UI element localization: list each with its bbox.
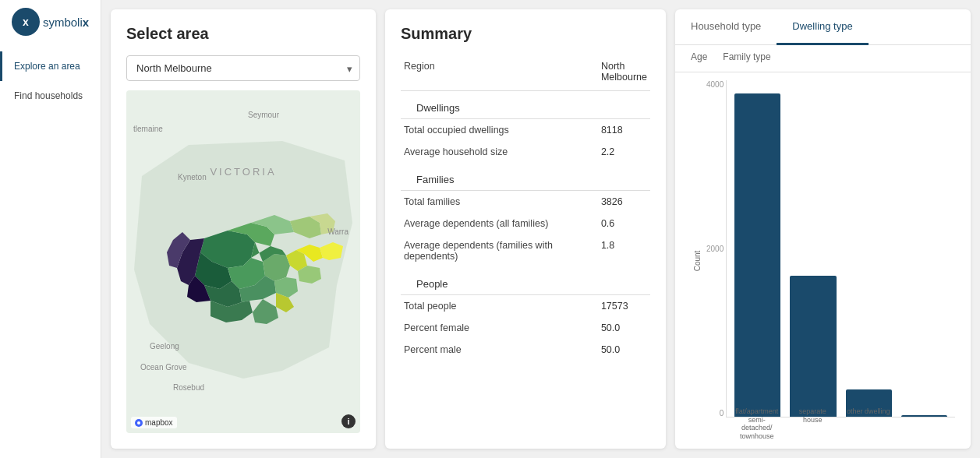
bars-area — [726, 80, 955, 417]
table-row: Total people 17573 — [401, 295, 650, 318]
map-label-kyneton: Kyneton — [178, 173, 207, 181]
table-row: Percent male 50.0 — [401, 339, 650, 361]
row-label: Total occupied dwellings — [401, 119, 586, 142]
region-value: North Melbourne — [586, 55, 650, 91]
x-label: separate house — [790, 407, 837, 441]
y-tick: 4000 — [706, 80, 724, 89]
x-label — [901, 407, 948, 441]
bar-group — [901, 80, 947, 417]
table-row: Total occupied dwellings 8118 — [401, 119, 650, 142]
row-label: Percent female — [401, 317, 586, 339]
families-header: Families — [401, 163, 650, 191]
map-label-victoria: VICTORIA — [210, 166, 276, 178]
row-value: 3826 — [586, 191, 650, 213]
map-info-button[interactable]: i — [341, 414, 356, 428]
map-label-tlemaine: tlemaine — [133, 125, 163, 133]
bar-group — [734, 80, 780, 417]
bar-group — [846, 80, 892, 417]
svg-point-25 — [137, 421, 140, 425]
table-row: Average household size 2.2 — [401, 141, 650, 163]
sidebar: x symbolix Explore an area Find househol… — [0, 0, 101, 458]
select-area-title: Select area — [126, 25, 360, 43]
row-label: Average household size — [401, 141, 586, 163]
bar-group — [790, 80, 836, 417]
people-header: People — [401, 267, 650, 295]
row-value: 2.2 — [586, 141, 650, 163]
region-row: Region North Melbourne — [401, 55, 650, 91]
summary-title: Summary — [401, 25, 650, 43]
tab-household-type[interactable]: Household type — [675, 9, 777, 45]
x-label: other dwelling — [845, 407, 892, 441]
sidebar-nav: Explore an area Find households — [0, 51, 101, 111]
row-value: 50.0 — [586, 339, 650, 361]
logo: x symbolix — [4, 8, 97, 36]
chart-y-axis: 4000 2000 0 — [706, 80, 724, 417]
chart-tabs-row1: Household type Dwelling type — [675, 9, 971, 45]
chart-content: Count 4000 2000 0 flat/apartmentsemi-det… — [675, 72, 971, 449]
y-tick: 2000 — [706, 245, 724, 253]
row-value: 0.6 — [586, 213, 650, 234]
summary-panel: Summary Region North Melbourne Dwellings… — [385, 9, 666, 449]
y-axis-label: Count — [693, 250, 702, 271]
families-header-row: Families — [401, 163, 650, 191]
map-svg — [126, 90, 360, 433]
dwellings-header: Dwellings — [401, 91, 650, 119]
logo-text: symbolix — [43, 16, 89, 29]
table-row: Percent female 50.0 — [401, 317, 650, 339]
chart-tabs-row2: Age Family type — [675, 45, 971, 72]
row-label: Percent male — [401, 339, 586, 361]
map-label-geelong: Geelong — [150, 342, 179, 351]
row-value: 50.0 — [586, 317, 650, 339]
map-label-warra: Warra — [327, 227, 348, 236]
main-content: Select area North Melbourne ▾ — [101, 0, 980, 458]
sidebar-item-explore[interactable]: Explore an area — [0, 51, 101, 81]
bar-chart: Count 4000 2000 0 flat/apartmentsemi-det… — [683, 80, 963, 441]
map-label-seymour: Seymour — [248, 111, 279, 119]
row-label: Total families — [401, 191, 586, 213]
mapbox-logo: mapbox — [131, 417, 177, 428]
row-value: 1.8 — [586, 234, 650, 267]
summary-table: Region North Melbourne Dwellings Total o… — [401, 55, 650, 361]
row-value: 17573 — [586, 295, 650, 318]
logo-icon: x — [12, 8, 40, 36]
table-row: Average dependents (all families) 0.6 — [401, 213, 650, 234]
map-label-ocean-grove: Ocean Grove — [140, 363, 186, 372]
x-labels: flat/apartmentsemi-detached/townhousesep… — [726, 407, 955, 441]
row-label: Total people — [401, 295, 586, 318]
tab-age[interactable]: Age — [691, 51, 707, 65]
table-row: Average dependents (families with depend… — [401, 234, 650, 267]
area-dropdown[interactable]: North Melbourne — [126, 55, 360, 81]
map-container: tlemaine VICTORIA Seymour Kyneton Geelon… — [126, 90, 360, 433]
y-tick: 0 — [720, 409, 724, 417]
chart-panel: Household type Dwelling type Age Family … — [675, 9, 971, 449]
row-label: Average dependents (families with depend… — [401, 234, 586, 267]
sidebar-item-households[interactable]: Find households — [0, 81, 101, 111]
area-dropdown-container: North Melbourne ▾ — [126, 55, 360, 81]
dwellings-header-row: Dwellings — [401, 91, 650, 119]
people-header-row: People — [401, 267, 650, 295]
bar — [734, 93, 780, 417]
tab-dwelling-type[interactable]: Dwelling type — [777, 9, 868, 45]
row-value: 8118 — [586, 119, 650, 142]
row-label: Average dependents (all families) — [401, 213, 586, 234]
map-label-rosebud: Rosebud — [173, 383, 204, 392]
tab-family-type[interactable]: Family type — [723, 51, 770, 65]
bar — [790, 276, 836, 417]
select-area-panel: Select area North Melbourne ▾ — [111, 9, 376, 449]
table-row: Total families 3826 — [401, 191, 650, 213]
region-label: Region — [401, 55, 586, 91]
x-label: flat/apartmentsemi-detached/townhouse — [734, 407, 780, 441]
